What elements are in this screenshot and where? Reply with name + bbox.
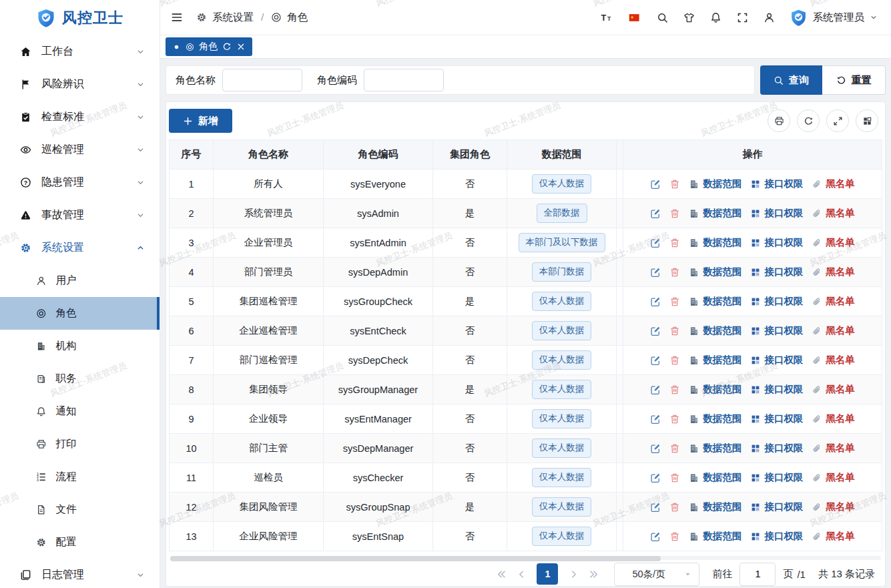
data-scope-link[interactable]: 数据范围: [689, 501, 741, 513]
prev-page-button[interactable]: [511, 569, 531, 579]
blacklist-link[interactable]: 黑名单: [812, 207, 855, 220]
refresh-tool-button[interactable]: [797, 109, 820, 132]
columns-tool-button[interactable]: [856, 109, 878, 132]
api-permission-link[interactable]: 接口权限: [750, 236, 803, 249]
breadcrumb-item-settings[interactable]: 系统设置: [212, 11, 254, 25]
sidebar-subitem-流程[interactable]: 123流程: [0, 461, 160, 493]
api-permission-link[interactable]: 接口权限: [750, 412, 803, 425]
sidebar-item-事故管理[interactable]: 事故管理: [0, 199, 160, 232]
api-permission-link[interactable]: 接口权限: [750, 207, 803, 220]
blacklist-link[interactable]: 黑名单: [812, 266, 855, 278]
tab-role[interactable]: 角色: [166, 37, 252, 56]
data-scope-link[interactable]: 数据范围: [689, 178, 741, 190]
api-permission-link[interactable]: 接口权限: [750, 530, 803, 543]
edit-button[interactable]: [650, 502, 661, 513]
first-page-button[interactable]: [491, 569, 511, 579]
data-scope-link[interactable]: 数据范围: [689, 383, 741, 396]
blacklist-link[interactable]: 黑名单: [812, 236, 855, 249]
edit-button[interactable]: [650, 384, 661, 395]
blacklist-link[interactable]: 黑名单: [812, 530, 855, 543]
edit-button[interactable]: [650, 179, 661, 190]
delete-button[interactable]: [669, 326, 680, 336]
fullscreen-button[interactable]: [737, 12, 748, 23]
edit-button[interactable]: [650, 414, 661, 424]
goto-page-input[interactable]: [739, 563, 776, 586]
api-permission-link[interactable]: 接口权限: [750, 442, 803, 455]
data-scope-link[interactable]: 数据范围: [689, 442, 741, 455]
data-scope-link[interactable]: 数据范围: [689, 530, 741, 543]
delete-button[interactable]: [669, 238, 680, 248]
scrollbar-thumb[interactable]: [170, 556, 661, 561]
blacklist-link[interactable]: 黑名单: [812, 501, 855, 513]
user-menu[interactable]: 系统管理员: [790, 9, 878, 27]
tab-close-icon[interactable]: [236, 42, 246, 51]
api-permission-link[interactable]: 接口权限: [750, 178, 803, 190]
data-scope-link[interactable]: 数据范围: [689, 471, 741, 484]
blacklist-link[interactable]: 黑名单: [812, 178, 855, 190]
edit-button[interactable]: [650, 443, 661, 454]
sidebar-item-隐患管理[interactable]: ?隐患管理: [0, 166, 160, 199]
data-scope-link[interactable]: 数据范围: [689, 295, 741, 308]
delete-button[interactable]: [669, 473, 680, 483]
blacklist-link[interactable]: 黑名单: [812, 383, 855, 396]
data-scope-link[interactable]: 数据范围: [689, 266, 741, 278]
search-button[interactable]: 查询: [760, 65, 822, 95]
search-button[interactable]: [657, 12, 668, 23]
edit-button[interactable]: [650, 473, 661, 483]
delete-button[interactable]: [669, 267, 680, 278]
expand-tool-button[interactable]: [826, 109, 849, 132]
delete-button[interactable]: [669, 208, 680, 219]
sidebar-item-工作台[interactable]: 工作台: [0, 35, 160, 68]
api-permission-link[interactable]: 接口权限: [750, 471, 803, 484]
api-permission-link[interactable]: 接口权限: [750, 295, 803, 308]
sidebar-item-系统设置[interactable]: 系统设置: [0, 232, 160, 264]
sidebar-subitem-文件[interactable]: 文件: [0, 493, 160, 526]
delete-button[interactable]: [669, 179, 680, 190]
data-scope-link[interactable]: 数据范围: [689, 412, 741, 425]
edit-button[interactable]: [650, 267, 661, 278]
api-permission-link[interactable]: 接口权限: [750, 354, 803, 366]
data-scope-link[interactable]: 数据范围: [689, 236, 741, 249]
edit-button[interactable]: [650, 531, 661, 542]
blacklist-link[interactable]: 黑名单: [812, 442, 855, 455]
sidebar-item-风险辨识[interactable]: 风险辨识: [0, 68, 160, 101]
delete-button[interactable]: [669, 502, 680, 513]
sidebar-subitem-配置[interactable]: 配置: [0, 526, 160, 559]
edit-button[interactable]: [650, 238, 661, 248]
language-flag-button[interactable]: ★: [627, 12, 641, 23]
font-size-button[interactable]: TT: [601, 12, 612, 23]
page-size-select[interactable]: 50条/页: [614, 563, 699, 586]
delete-button[interactable]: [669, 384, 680, 395]
edit-button[interactable]: [650, 296, 661, 307]
api-permission-link[interactable]: 接口权限: [750, 266, 803, 278]
bell-button[interactable]: [710, 12, 721, 23]
last-page-button[interactable]: [583, 569, 603, 579]
delete-button[interactable]: [669, 443, 680, 454]
sidebar-item-日志管理[interactable]: 日志管理: [0, 559, 160, 588]
blacklist-link[interactable]: 黑名单: [812, 471, 855, 484]
sidebar-subitem-通知[interactable]: 通知: [0, 395, 160, 428]
theme-button[interactable]: [683, 12, 695, 23]
sidebar-subitem-打印[interactable]: 打印: [0, 428, 160, 461]
sidebar-subitem-角色[interactable]: 角色: [0, 297, 160, 330]
blacklist-link[interactable]: 黑名单: [812, 324, 855, 337]
blacklist-link[interactable]: 黑名单: [812, 412, 855, 425]
role-name-input[interactable]: [222, 69, 302, 91]
delete-button[interactable]: [669, 355, 680, 366]
page-number-1[interactable]: 1: [537, 563, 558, 585]
printer-tool-button[interactable]: [768, 109, 790, 132]
sidebar-item-巡检管理[interactable]: 巡检管理: [0, 133, 160, 166]
api-permission-link[interactable]: 接口权限: [750, 383, 803, 396]
sidebar-subitem-机构[interactable]: 机构: [0, 330, 160, 362]
user-button[interactable]: [764, 12, 775, 23]
role-code-input[interactable]: [364, 69, 444, 91]
sidebar-item-检查标准[interactable]: 检查标准: [0, 101, 160, 133]
edit-button[interactable]: [650, 208, 661, 219]
tab-refresh-icon[interactable]: [222, 42, 232, 51]
delete-button[interactable]: [669, 414, 680, 424]
add-button[interactable]: 新增: [169, 109, 232, 133]
horizontal-scrollbar[interactable]: [170, 556, 881, 560]
blacklist-link[interactable]: 黑名单: [812, 295, 855, 308]
blacklist-link[interactable]: 黑名单: [812, 354, 855, 366]
api-permission-link[interactable]: 接口权限: [750, 501, 803, 513]
